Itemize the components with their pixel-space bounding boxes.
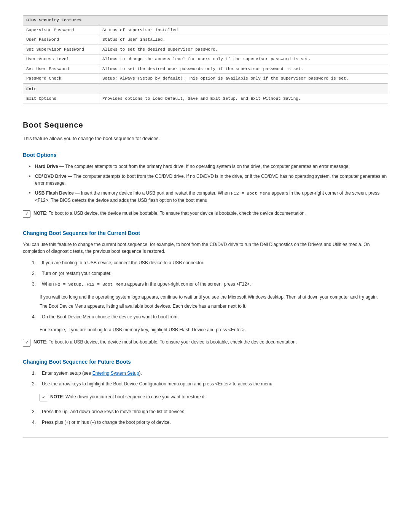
note-icon: ✓ <box>23 339 30 347</box>
feature-desc: Setup; Always (Setup by default). This o… <box>99 74 388 84</box>
feature-label: Password Check <box>23 74 99 84</box>
feature-desc: Allows to set the desired supervisor pas… <box>99 45 388 54</box>
feature-label: Set Supervisor Password <box>23 45 99 54</box>
current-boot-description: You can use this feature to change the c… <box>23 241 388 255</box>
feature-label: Supervisor Password <box>23 25 99 35</box>
list-item: 1. Enter system setup (see Entering Syst… <box>30 370 388 377</box>
current-boot-steps-cont: 4. On the Boot Device Menu choose the de… <box>30 313 388 320</box>
feature-desc: Allows to set the desired user passwords… <box>99 64 388 74</box>
list-item: 2. Turn on (or restart) your computer. <box>30 270 388 277</box>
feature-label: User Access Level <box>23 54 99 64</box>
list-item: Hard Drive — The computer attempts to bo… <box>30 163 388 170</box>
current-boot-note: ✓ NOTE: To boot to a USB device, the dev… <box>23 339 388 347</box>
future-boots-steps: 1. Enter system setup (see Entering Syst… <box>30 370 388 387</box>
feature-label: User Password <box>23 35 99 45</box>
list-item: 3. When F2 = Setup, F12 = Boot Menu appe… <box>30 281 388 288</box>
step3-subpara1: If you wait too long and the operating s… <box>40 294 388 300</box>
boot-options-title: Boot Options <box>23 151 388 159</box>
boot-sequence-title: Boot Sequence <box>23 119 388 131</box>
future-boots-title: Changing Boot Sequence for Future Boots <box>23 358 388 366</box>
table-section-header-exit: Exit <box>23 83 388 94</box>
exit-section-label: Exit <box>23 83 388 94</box>
future-boots-subsection: Changing Boot Sequence for Future Boots … <box>23 358 388 426</box>
future-boots-steps-cont: 3. Press the up- and down-arrow keys to … <box>30 408 388 426</box>
feature-desc: Status of supervisor installed. <box>99 25 388 35</box>
boot-options-list: Hard Drive — The computer attempts to bo… <box>30 163 388 203</box>
current-boot-steps: 1. If you are booting to a USB device, c… <box>30 259 388 288</box>
list-item: USB Flash Device — Insert the memory dev… <box>30 190 388 203</box>
current-boot-title: Changing Boot Sequence for the Current B… <box>23 229 388 237</box>
page-divider <box>23 437 388 438</box>
note-icon: ✓ <box>23 210 30 218</box>
table-section-header-bios: BIOS Security Features <box>23 16 388 26</box>
boot-options-subsection: Boot Options Hard Drive — The computer a… <box>23 151 388 217</box>
note-text: NOTE: To boot to a USB device, the devic… <box>33 339 297 345</box>
note-text: NOTE: Write down your current boot seque… <box>50 393 206 400</box>
list-item: 4. Press plus (+) or minus (−) to change… <box>30 419 388 426</box>
list-item: 2. Use the arrow keys to highlight the B… <box>30 380 388 387</box>
boot-options-note: ✓ NOTE: To boot to a USB device, the dev… <box>23 210 388 218</box>
table-row: User Password Status of user installed. <box>23 35 388 45</box>
table-row: Set User Password Allows to set the desi… <box>23 64 388 74</box>
feature-label: Set User Password <box>23 64 99 74</box>
feature-desc: Provides options to Load Default, Save a… <box>99 94 388 104</box>
boot-sequence-section: Boot Sequence This feature allows you to… <box>23 119 388 426</box>
list-item: 1. If you are booting to a USB device, c… <box>30 259 388 266</box>
table-row: Password Check Setup; Always (Setup by d… <box>23 74 388 84</box>
list-item: CD/ DVD Drive — The computer attempts to… <box>30 173 388 187</box>
table-row: Set Supervisor Password Allows to set th… <box>23 45 388 54</box>
feature-desc: Status of user installed. <box>99 35 388 45</box>
bios-section-label: BIOS Security Features <box>23 16 388 26</box>
future-boots-note: ✓ NOTE: Write down your current boot seq… <box>40 393 388 401</box>
feature-desc: Allows to change the access level for us… <box>99 54 388 64</box>
entering-system-setup-link[interactable]: Entering System Setup <box>92 371 139 376</box>
table-row: Exit Options Provides options to Load De… <box>23 94 388 104</box>
feature-label: Exit Options <box>23 94 99 104</box>
table-row: Supervisor Password Status of supervisor… <box>23 25 388 35</box>
step3-subpara2: The Boot Device Menu appears, listing al… <box>40 303 388 310</box>
note-text: NOTE: To boot to a USB device, the devic… <box>33 210 306 217</box>
list-item: 3. Press the up- and down-arrow keys to … <box>30 408 388 415</box>
table-row: User Access Level Allows to change the a… <box>23 54 388 64</box>
note-icon: ✓ <box>40 394 47 401</box>
bios-security-table: BIOS Security Features Supervisor Passwo… <box>23 15 388 104</box>
list-item: 4. On the Boot Device Menu choose the de… <box>30 313 388 320</box>
boot-sequence-intro: This feature allows you to change the bo… <box>23 135 388 142</box>
current-boot-subsection: Changing Boot Sequence for the Current B… <box>23 229 388 347</box>
step4-subpara: For example, if you are booting to a USB… <box>40 326 388 333</box>
